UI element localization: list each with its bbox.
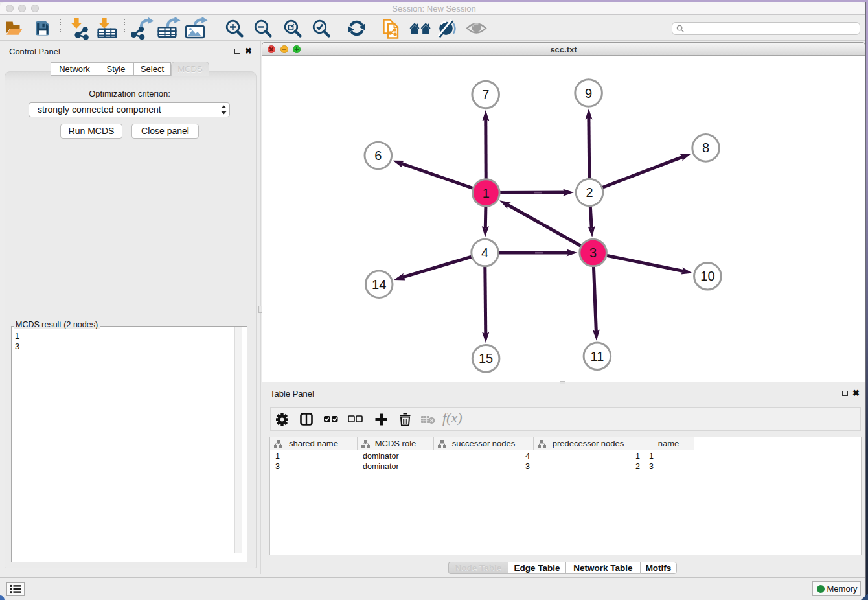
svg-text:4: 4	[481, 246, 488, 260]
svg-text:10: 10	[700, 269, 714, 283]
svg-text:7: 7	[482, 87, 489, 102]
svg-text:15: 15	[479, 351, 493, 365]
svg-text:6: 6	[374, 148, 382, 163]
svg-text:1: 1	[483, 186, 490, 200]
svg-text:3: 3	[589, 246, 597, 260]
svg-text:11: 11	[591, 349, 604, 363]
svg-text:14: 14	[372, 277, 386, 292]
svg-text:2: 2	[586, 185, 593, 200]
svg-text:9: 9	[585, 86, 592, 100]
svg-text:8: 8	[702, 141, 709, 155]
